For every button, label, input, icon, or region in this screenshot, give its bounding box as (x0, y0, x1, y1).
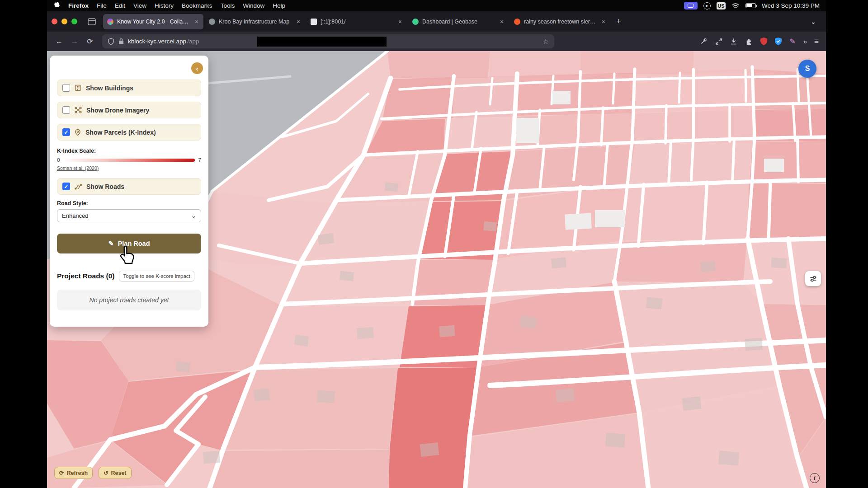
menu-history[interactable]: History (155, 2, 174, 9)
toggle-show-roads[interactable]: ✓ Show Roads (57, 178, 201, 195)
forward-button[interactable]: → (68, 35, 81, 48)
tab-close-icon[interactable]: × (194, 18, 199, 25)
road-style-label: Road Style: (57, 200, 201, 206)
tab-favicon (209, 19, 215, 25)
project-roads-heading: Project Roads (0) (57, 272, 114, 280)
adguard-shield-icon[interactable] (775, 38, 782, 45)
tab-localhost-8001[interactable]: [::1]:8001/ × (307, 14, 407, 29)
apple-logo-icon[interactable] (53, 2, 60, 9)
reset-icon: ↺ (104, 469, 108, 476)
tab-close-icon[interactable]: × (296, 18, 301, 25)
tab-title: Dashboard | Geobase (422, 19, 495, 25)
new-tab-button[interactable]: + (612, 17, 626, 26)
toggle-show-parcels[interactable]: ✓ Show Parcels (K-Index) (57, 124, 201, 141)
show-parcels-checkbox[interactable]: ✓ (62, 128, 70, 136)
toggle-show-buildings[interactable]: Show Buildings (57, 80, 201, 96)
developer-tools-icon[interactable] (700, 38, 708, 45)
tab-rainy-season-search[interactable]: rainy season freetown sierra leo × (510, 14, 610, 29)
menubar-clock[interactable]: Wed 3 Sep 10:39 PM (762, 2, 820, 9)
toggle-label: Show Drone Imagery (86, 107, 149, 114)
app-menu-icon[interactable]: ≡ (814, 37, 819, 46)
refresh-label: Refresh (66, 470, 88, 476)
map-settings-button[interactable] (805, 271, 821, 286)
map-pin-icon (75, 129, 81, 136)
toggle-label: Show Roads (86, 183, 124, 190)
tab-close-icon[interactable]: × (397, 18, 403, 25)
show-buildings-checkbox[interactable] (62, 84, 70, 92)
menu-window[interactable]: Window (243, 2, 264, 9)
tab-close-icon[interactable]: × (499, 18, 505, 25)
back-button[interactable]: ← (52, 35, 66, 48)
highlighter-icon[interactable]: ✎ (789, 37, 795, 46)
window-close-button[interactable] (52, 19, 57, 24)
kindex-min-value: 0 (57, 157, 60, 163)
browser-toolbar: ← → ⟳ kblock-kyc.vercel.app /app ☆ (47, 32, 826, 51)
tab-favicon (514, 19, 520, 25)
downloads-icon[interactable] (730, 38, 737, 45)
toggle-kscore-impact-button[interactable]: Toggle to see K-score impact (119, 271, 194, 282)
building-icon (75, 84, 81, 91)
kindex-scale-label: K-Index Scale: (57, 148, 201, 154)
url-host: kblock-kyc.vercel.app (128, 38, 186, 45)
lock-icon[interactable] (118, 38, 124, 45)
menu-file[interactable]: File (97, 2, 107, 9)
refresh-icon: ⟳ (59, 469, 64, 476)
list-all-tabs-button[interactable]: ⌄ (805, 18, 821, 26)
extensions-puzzle-icon[interactable] (745, 38, 753, 45)
battery-icon[interactable] (745, 3, 756, 8)
tab-kroo-bay-map[interactable]: Kroo Bay Infrastructure Map × (205, 14, 305, 29)
refresh-button[interactable]: ⟳ Refresh (54, 467, 93, 479)
window-zoom-button[interactable] (71, 19, 77, 24)
show-roads-checkbox[interactable]: ✓ (62, 183, 70, 190)
menu-view[interactable]: View (133, 2, 146, 9)
user-avatar[interactable]: S (798, 60, 816, 78)
tab-title: Know Your City 2.0 - Collaborat (117, 19, 190, 25)
play-circle-icon[interactable]: ▶ (703, 2, 711, 9)
fullscreen-icon[interactable] (715, 38, 722, 45)
pencil-icon: ✎ (108, 240, 113, 247)
kindex-gradient-bar (63, 159, 194, 162)
tab-know-your-city[interactable]: Know Your City 2.0 - Collaborat × (103, 14, 203, 29)
tab-favicon (107, 19, 113, 25)
reset-label: Reset (111, 470, 126, 476)
menubar: Firefox File Edit View History Bookmarks… (47, 0, 826, 11)
project-roads-empty-state: No project roads created yet (57, 290, 201, 310)
redacted-region (257, 37, 387, 47)
wifi-icon[interactable] (731, 3, 740, 9)
input-source-badge[interactable]: US (717, 2, 726, 9)
url-bar[interactable]: kblock-kyc.vercel.app /app ☆ (102, 34, 554, 48)
toggle-show-drone-imagery[interactable]: Show Drone Imagery (57, 102, 201, 118)
window-minimize-button[interactable] (61, 19, 67, 24)
panel-collapse-button[interactable]: ‹ (191, 62, 203, 74)
show-drone-checkbox[interactable] (62, 106, 70, 114)
bookmark-star-icon[interactable]: ☆ (543, 38, 549, 46)
road-style-select[interactable]: Enhanced ⌄ (57, 209, 201, 222)
macos-screen: Firefox File Edit View History Bookmarks… (47, 0, 826, 488)
overflow-chevrons-icon[interactable]: » (803, 38, 807, 45)
reset-button[interactable]: ↺ Reset (99, 467, 132, 479)
sliders-icon (809, 275, 817, 283)
tab-geobase-dashboard[interactable]: Dashboard | Geobase × (408, 14, 509, 29)
menu-help[interactable]: Help (273, 2, 285, 9)
url-path: /app (187, 38, 199, 45)
layer-control-panel: ‹ Show Buildings (50, 56, 208, 327)
reload-button[interactable]: ⟳ (83, 35, 97, 48)
road-style-value: Enhanced (62, 212, 89, 219)
kindex-source-link[interactable]: Soman et al. (2020) (57, 165, 99, 171)
menu-tools[interactable]: Tools (221, 2, 235, 9)
plan-road-button[interactable]: ✎ Plan Road (57, 234, 201, 253)
kindex-max-value: 7 (198, 157, 201, 163)
firefox-view-icon[interactable] (88, 18, 96, 25)
web-page-content: ‹ Show Buildings (47, 51, 826, 488)
ublock-shield-icon[interactable] (760, 38, 767, 45)
screen-share-indicator-icon[interactable] (684, 2, 698, 9)
toggle-label: Show Buildings (86, 84, 133, 92)
browser-tab-bar: Know Your City 2.0 - Collaborat × Kroo B… (47, 11, 826, 32)
menu-bookmarks[interactable]: Bookmarks (182, 2, 212, 9)
drone-icon (75, 107, 82, 113)
menubar-app-name[interactable]: Firefox (68, 2, 89, 9)
tab-close-icon[interactable]: × (601, 18, 606, 25)
menu-edit[interactable]: Edit (115, 2, 125, 9)
tracking-shield-icon[interactable] (108, 38, 114, 45)
attribution-info-button[interactable]: i (810, 473, 820, 483)
